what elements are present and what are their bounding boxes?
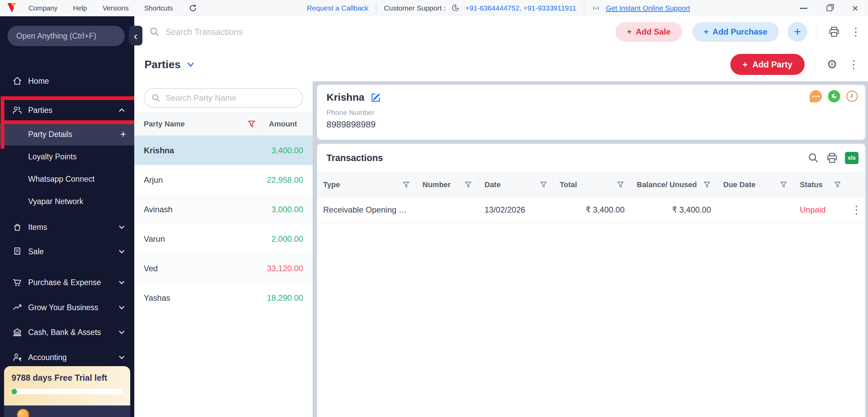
party-name: Ved — [134, 264, 158, 273]
toolbar-more-button[interactable]: ⋮ — [848, 24, 863, 39]
request-callback-link[interactable]: Request a Callback — [307, 4, 369, 12]
live-support-icon — [592, 4, 600, 13]
quick-add-button[interactable]: + — [788, 22, 807, 42]
sidebar-item-vyapar-network[interactable]: Vyapar Network — [0, 190, 134, 213]
party-amount: 18,290.00 — [267, 293, 313, 303]
sidebar-item-sale[interactable]: Sale — [0, 242, 134, 261]
transaction-search[interactable] — [149, 26, 615, 37]
menu-shortcuts[interactable]: Shortcuts — [144, 4, 173, 12]
party-search-box[interactable] — [144, 88, 303, 108]
add-purchase-label: Add Purchase — [713, 27, 767, 37]
add-sale-button[interactable]: + Add Sale — [615, 22, 682, 42]
party-name: Avinash — [134, 205, 173, 214]
search-transactions-input[interactable] — [165, 27, 369, 37]
chevron-down-icon — [117, 247, 126, 256]
filter-funnel-icon[interactable] — [834, 181, 841, 188]
export-xls-button[interactable]: xls — [845, 152, 859, 164]
party-row-yashas[interactable]: Yashas 18,290.00 — [134, 283, 313, 313]
sidebar-item-whatsapp-connect[interactable]: Whatsapp Connect — [0, 168, 134, 190]
trial-progress-fill — [12, 389, 17, 394]
kebab-icon: ⋮ — [848, 59, 859, 70]
print-button[interactable] — [827, 24, 842, 39]
edit-pencil-icon[interactable] — [370, 92, 381, 103]
sidebar-item-items[interactable]: Items — [0, 217, 134, 237]
add-purchase-button[interactable]: + Add Purchase — [692, 22, 779, 42]
sidebar-item-label: Cash, Bank & Assets — [28, 328, 101, 337]
content-area: Party Name Amount Krishna 3,400.00 — [134, 81, 868, 417]
message-icon[interactable] — [810, 90, 822, 102]
coin-icon — [17, 409, 29, 417]
sidebar-item-accounting[interactable]: Accounting — [0, 348, 134, 367]
add-party-button[interactable]: + Add Party — [730, 54, 805, 75]
titlebar: Company Help Versions Shortcuts Request … — [0, 0, 868, 16]
sidebar-collapse-button[interactable]: ‹ — [129, 26, 142, 45]
printer-icon[interactable] — [826, 152, 838, 164]
open-anything-input[interactable] — [16, 32, 115, 41]
chevron-down-icon — [117, 353, 126, 362]
transaction-type: Receivable Opening Ba… — [317, 205, 416, 215]
restore-button[interactable] — [816, 0, 842, 16]
cart-icon — [12, 277, 23, 288]
sidebar-item-label: Party Details — [28, 130, 72, 139]
page-title: Parties — [144, 58, 181, 71]
column-balance-unused: Balance/ Unused — [637, 180, 697, 189]
column-number: Number — [422, 180, 451, 189]
page-more-button[interactable]: ⋮ — [846, 57, 861, 72]
close-button[interactable]: × — [842, 0, 868, 16]
column-type: Type — [323, 180, 340, 189]
party-row-ved[interactable]: Ved 33,120.00 — [134, 254, 313, 283]
sidebar-item-cash-bank-assets[interactable]: Cash, Bank & Assets — [0, 322, 134, 342]
open-anything-search[interactable] — [7, 26, 125, 46]
free-trial-offer-bar[interactable] — [4, 405, 130, 417]
filter-funnel-icon[interactable] — [402, 181, 410, 188]
title-chevron-down-icon[interactable] — [185, 59, 196, 70]
sidebar-item-home[interactable]: Home — [0, 72, 134, 91]
sidebar-item-label: Parties — [28, 106, 53, 115]
sidebar-item-label: Accounting — [28, 353, 67, 362]
sidebar-item-loyalty-points[interactable]: Loyalty Points — [0, 145, 134, 168]
settings-button[interactable]: ⚙ — [825, 57, 840, 72]
chevron-down-icon — [117, 223, 126, 232]
sidebar-item-label: Grow Your Business — [28, 303, 98, 312]
add-party-quick-icon[interactable]: + — [120, 128, 126, 140]
trial-progress-track — [12, 389, 123, 394]
menu-help[interactable]: Help — [73, 4, 87, 12]
online-support-link[interactable]: Get Instant Online Support — [606, 4, 690, 12]
filter-funnel-icon[interactable] — [617, 181, 624, 188]
free-trial-banner[interactable]: 9788 days Free Trial left — [4, 366, 130, 417]
search-icon[interactable] — [808, 152, 819, 164]
phone-number-value: 8989898989 — [327, 119, 865, 130]
filter-funnel-icon-red[interactable] — [248, 120, 256, 128]
column-total: Total — [560, 180, 577, 189]
transaction-row-more-button[interactable]: ⋮ — [848, 204, 865, 215]
refresh-icon[interactable] — [189, 4, 197, 13]
sidebar-item-parties[interactable]: Parties — [0, 100, 134, 120]
filter-funnel-icon[interactable] — [703, 181, 711, 188]
transaction-row[interactable]: Receivable Opening Ba… 13/02/2026 ₹ 3,40… — [317, 197, 865, 223]
sidebar-item-party-details[interactable]: Party Details + — [0, 123, 134, 145]
party-row-arjun[interactable]: Arjun 22,958.00 — [134, 165, 313, 195]
transaction-date: 13/02/2026 — [478, 205, 554, 215]
search-party-input[interactable] — [165, 93, 294, 103]
sidebar-item-grow-your-business[interactable]: Grow Your Business — [0, 298, 134, 317]
party-row-avinash[interactable]: Avinash 3,000.00 — [134, 195, 313, 224]
titlebar-support-area: Request a Callback Customer Support : +9… — [307, 0, 690, 16]
filter-funnel-icon[interactable] — [540, 181, 547, 188]
menu-versions[interactable]: Versions — [103, 4, 129, 12]
plus-icon: + — [704, 27, 709, 37]
party-row-varun[interactable]: Varun 2,000.00 — [134, 224, 313, 254]
filter-funnel-icon[interactable] — [780, 181, 787, 188]
filter-funnel-icon[interactable] — [465, 181, 472, 188]
party-summary-card: Krishna Phone Number 8989898989 — [317, 85, 865, 140]
sidebar: Home Parties Party Details + Loyalty Poi… — [0, 16, 134, 417]
column-status: Status — [800, 180, 823, 189]
menu-company[interactable]: Company — [28, 4, 58, 12]
printer-icon — [828, 26, 840, 38]
party-row-krishna[interactable]: Krishna 3,400.00 — [134, 136, 313, 165]
reminder-clock-icon[interactable] — [846, 91, 858, 102]
support-phone-numbers[interactable]: +91-6364444752, +91-9333911911 — [465, 4, 576, 12]
add-sale-label: Add Sale — [636, 27, 671, 37]
minimize-button[interactable] — [791, 0, 816, 16]
sidebar-item-purchase-expense[interactable]: Purchase & Expense — [0, 273, 134, 292]
whatsapp-icon[interactable] — [828, 90, 840, 102]
